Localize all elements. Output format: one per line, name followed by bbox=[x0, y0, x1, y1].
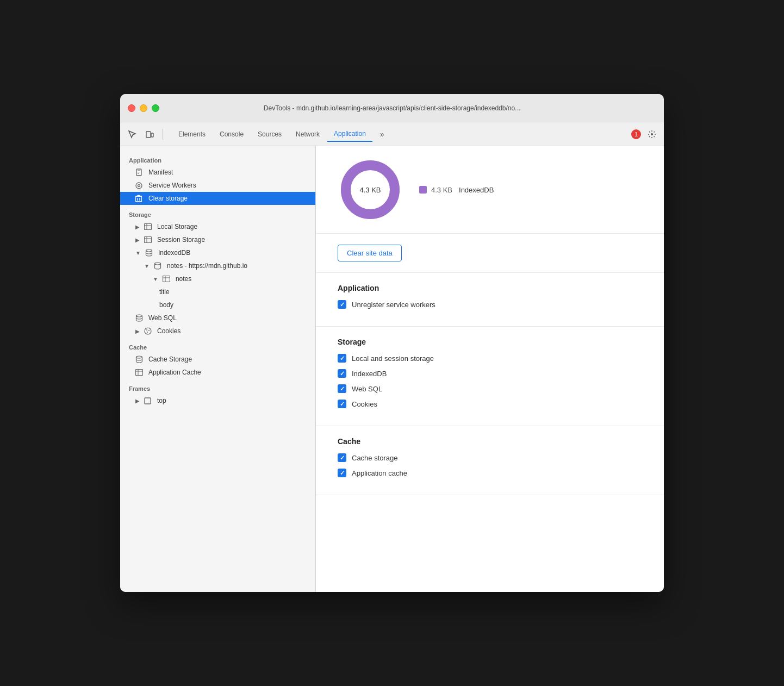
web-sql-label: Web SQL bbox=[148, 314, 177, 322]
section-application-label: Application bbox=[120, 151, 315, 166]
sidebar-item-manifest[interactable]: Manifest bbox=[120, 166, 315, 179]
svg-point-21 bbox=[154, 263, 160, 265]
sidebar-item-title[interactable]: title bbox=[120, 285, 315, 298]
toolbar-right: 1 bbox=[631, 128, 658, 141]
tab-console[interactable]: Console bbox=[213, 127, 250, 141]
settings-icon[interactable] bbox=[645, 128, 658, 141]
cookies-checkbox[interactable] bbox=[338, 400, 346, 408]
minimize-button[interactable] bbox=[140, 104, 147, 112]
svg-rect-1 bbox=[151, 133, 153, 137]
web-sql-checkbox[interactable] bbox=[338, 384, 346, 393]
maximize-button[interactable] bbox=[152, 104, 159, 112]
section-cache-label: Cache bbox=[120, 338, 315, 353]
session-storage-chevron: ▶ bbox=[135, 237, 140, 243]
indexeddb-check-label: IndexedDB bbox=[352, 370, 387, 378]
svg-point-29 bbox=[147, 332, 148, 333]
application-check-section: Application Unregister service workers bbox=[316, 273, 664, 327]
inspect-icon[interactable] bbox=[126, 128, 139, 141]
svg-rect-0 bbox=[146, 132, 151, 138]
sidebar-item-local-storage[interactable]: ▶ Local Storage bbox=[120, 220, 315, 233]
error-badge: 1 bbox=[631, 129, 641, 139]
web-sql-icon bbox=[135, 314, 144, 322]
session-storage-icon bbox=[144, 236, 153, 243]
sidebar-item-web-sql[interactable]: Web SQL bbox=[120, 311, 315, 325]
unregister-label: Unregister service workers bbox=[352, 301, 435, 309]
check-item-cookies: Cookies bbox=[338, 400, 642, 408]
traffic-lights bbox=[128, 104, 159, 112]
legend-item-indexeddb: 4.3 KB IndexedDB bbox=[419, 186, 494, 194]
cache-storage-checkbox[interactable] bbox=[338, 453, 346, 462]
body-label: body bbox=[159, 301, 173, 309]
cookies-chevron: ▶ bbox=[135, 328, 140, 334]
notes-db-icon bbox=[154, 262, 163, 270]
svg-point-26 bbox=[145, 328, 151, 334]
sidebar-item-clear-storage[interactable]: Clear storage bbox=[120, 192, 315, 205]
chart-area: 4.3 KB 4.3 KB IndexedDB bbox=[316, 146, 664, 234]
indexeddb-label: IndexedDB bbox=[158, 249, 190, 257]
tab-application[interactable]: Application bbox=[327, 127, 372, 142]
sidebar-item-notes-store[interactable]: ▼ notes bbox=[120, 272, 315, 285]
svg-point-2 bbox=[651, 133, 653, 135]
cache-storage-label: Cache Storage bbox=[148, 356, 192, 363]
indexeddb-checkbox[interactable] bbox=[338, 369, 346, 378]
sidebar: Application Manifest Service Workers Cle… bbox=[120, 146, 316, 592]
more-tabs-icon[interactable]: » bbox=[377, 128, 388, 141]
clear-storage-icon bbox=[135, 195, 144, 202]
cookies-label: Cookies bbox=[157, 327, 181, 335]
notes-store-chevron: ▼ bbox=[153, 276, 158, 282]
sidebar-item-body[interactable]: body bbox=[120, 298, 315, 311]
chart-legend: 4.3 KB IndexedDB bbox=[419, 186, 494, 194]
device-icon[interactable] bbox=[143, 128, 156, 141]
indexeddb-icon bbox=[145, 249, 154, 257]
app-cache-checkbox[interactable] bbox=[338, 469, 346, 477]
legend-value: 4.3 KB bbox=[431, 186, 452, 194]
service-workers-icon bbox=[135, 182, 144, 189]
svg-rect-31 bbox=[136, 370, 143, 376]
local-session-checkbox[interactable] bbox=[338, 354, 346, 363]
service-workers-label: Service Workers bbox=[148, 182, 196, 189]
application-cache-label: Application Cache bbox=[148, 369, 201, 376]
sidebar-item-application-cache[interactable]: Application Cache bbox=[120, 366, 315, 379]
svg-rect-22 bbox=[163, 276, 170, 282]
svg-rect-9 bbox=[136, 196, 142, 202]
clear-storage-label: Clear storage bbox=[148, 195, 188, 202]
clear-btn-area: Clear site data bbox=[316, 234, 664, 273]
sidebar-item-cookies[interactable]: ▶ Cookies bbox=[120, 325, 315, 338]
manifest-icon bbox=[135, 169, 144, 176]
application-section-title: Application bbox=[338, 284, 642, 292]
cache-storage-check-label: Cache storage bbox=[352, 454, 398, 462]
close-button[interactable] bbox=[128, 104, 135, 112]
check-item-local-session: Local and session storage bbox=[338, 354, 642, 363]
cookies-icon bbox=[144, 327, 153, 335]
svg-rect-34 bbox=[145, 398, 151, 404]
storage-check-section: Storage Local and session storage Indexe… bbox=[316, 327, 664, 426]
local-session-label: Local and session storage bbox=[352, 354, 434, 363]
devtools-window: DevTools - mdn.github.io/learning-area/j… bbox=[120, 94, 664, 592]
local-storage-chevron: ▶ bbox=[135, 224, 140, 230]
manifest-label: Manifest bbox=[148, 169, 173, 176]
tab-sources[interactable]: Sources bbox=[251, 127, 288, 141]
sidebar-item-service-workers[interactable]: Service Workers bbox=[120, 179, 315, 192]
section-storage-label: Storage bbox=[120, 205, 315, 220]
sidebar-item-notes-db[interactable]: ▼ notes - https://mdn.github.io bbox=[120, 259, 315, 272]
local-storage-label: Local Storage bbox=[157, 223, 197, 230]
notes-store-icon bbox=[163, 276, 171, 282]
sidebar-item-indexeddb[interactable]: ▼ IndexedDB bbox=[120, 246, 315, 259]
sidebar-item-session-storage[interactable]: ▶ Session Storage bbox=[120, 233, 315, 246]
svg-rect-14 bbox=[145, 224, 152, 230]
title-label: title bbox=[159, 288, 170, 296]
svg-point-27 bbox=[146, 329, 147, 330]
donut-chart: 4.3 KB bbox=[338, 157, 403, 222]
svg-point-25 bbox=[136, 315, 142, 317]
clear-site-data-button[interactable]: Clear site data bbox=[338, 245, 402, 261]
legend-color-indexeddb bbox=[419, 186, 427, 194]
unregister-checkbox[interactable] bbox=[338, 300, 346, 309]
sidebar-item-cache-storage[interactable]: Cache Storage bbox=[120, 353, 315, 366]
sidebar-item-top[interactable]: ▶ top bbox=[120, 394, 315, 407]
tab-network[interactable]: Network bbox=[289, 127, 326, 141]
check-item-cache-storage: Cache storage bbox=[338, 453, 642, 462]
main-content: Application Manifest Service Workers Cle… bbox=[120, 146, 664, 592]
tab-elements[interactable]: Elements bbox=[172, 127, 212, 141]
top-chevron: ▶ bbox=[135, 398, 140, 404]
svg-point-7 bbox=[136, 183, 142, 189]
